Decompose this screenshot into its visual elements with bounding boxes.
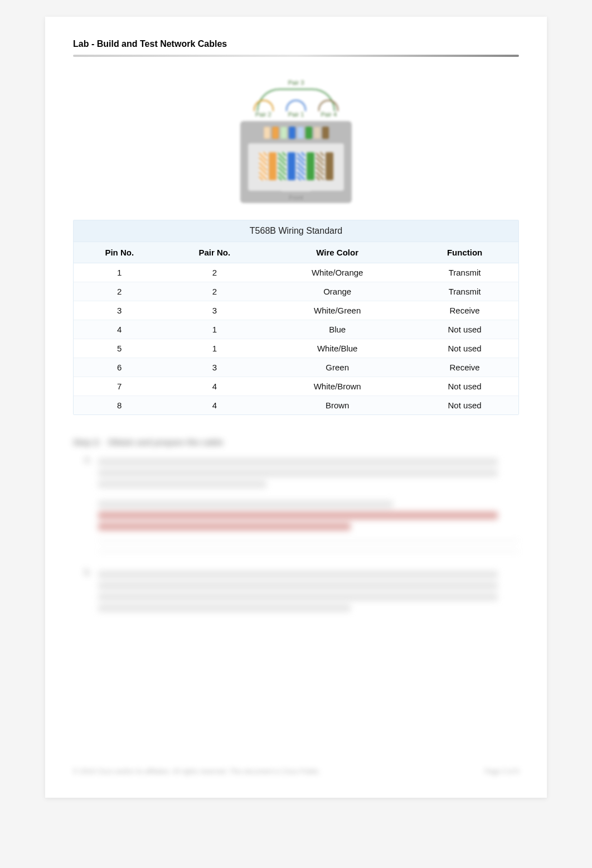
cell-color: Green — [264, 358, 411, 377]
footer-left: © 2018 Cisco and/or its affiliates. All … — [73, 768, 321, 775]
page-title: Lab - Build and Test Network Cables — [73, 39, 519, 55]
pin-icon — [297, 127, 304, 139]
cell-func: Transmit — [411, 282, 518, 301]
cell-pair: 4 — [166, 396, 264, 415]
cell-color: White/Brown — [264, 377, 411, 396]
cell-color: Brown — [264, 396, 411, 415]
pair-label-top: Pair 3 — [240, 79, 352, 86]
pin-icon — [314, 127, 321, 139]
table-row: 22OrangeTransmit — [74, 282, 518, 301]
pin-icon — [272, 127, 279, 139]
cell-func: Not used — [411, 320, 518, 339]
pin-icon — [280, 127, 287, 139]
table-row: 12White/OrangeTransmit — [74, 263, 518, 282]
cell-func: Not used — [411, 377, 518, 396]
cell-color: Orange — [264, 282, 411, 301]
wire-icon — [278, 152, 286, 180]
table-row: 63GreenReceive — [74, 358, 518, 377]
wiring-table: T568B Wiring Standard Pin No. Pair No. W… — [73, 220, 519, 415]
cell-pin: 6 — [74, 358, 166, 377]
cell-color: White/Blue — [264, 339, 411, 358]
cell-pin: 2 — [74, 282, 166, 301]
pair-label-1: Pair 1 — [288, 111, 304, 118]
cell-pair: 2 — [166, 263, 264, 282]
wire-icon — [297, 152, 305, 180]
pin-icon — [322, 127, 329, 139]
wire-icon — [326, 152, 333, 180]
wire-icon — [269, 152, 276, 180]
cell-pair: 1 — [166, 320, 264, 339]
col-pair: Pair No. — [166, 242, 264, 263]
wire-icon — [288, 152, 295, 180]
cell-color: Blue — [264, 320, 411, 339]
table-title: T568B Wiring Standard — [74, 220, 518, 242]
cell-pin: 3 — [74, 301, 166, 320]
table-row: 51White/BlueNot used — [74, 339, 518, 358]
wire-icon — [259, 152, 267, 180]
cell-color: White/Green — [264, 301, 411, 320]
cell-pin: 8 — [74, 396, 166, 415]
rj45-diagram: Pair 3 Pair 2 Pair 1 Pair 4 Front — [73, 79, 519, 203]
cell-pair: 3 — [166, 358, 264, 377]
cell-func: Receive — [411, 301, 518, 320]
cell-color: White/Orange — [264, 263, 411, 282]
cell-pair: 3 — [166, 301, 264, 320]
pair-label-4: Pair 4 — [321, 111, 337, 118]
locked-content: Step 2: Obtain and prepare the cable a. — [73, 437, 519, 615]
wire-icon — [316, 152, 324, 180]
col-color: Wire Color — [264, 242, 411, 263]
pin-header-row — [248, 127, 344, 139]
table-row: 84BrownNot used — [74, 396, 518, 415]
front-label: Front — [248, 194, 344, 201]
cell-pin: 1 — [74, 263, 166, 282]
pair-label-2: Pair 2 — [255, 111, 271, 118]
table-row: 33White/GreenReceive — [74, 301, 518, 320]
table-row: 74White/BrownNot used — [74, 377, 518, 396]
pin-icon — [305, 127, 312, 139]
cell-func: Receive — [411, 358, 518, 377]
table-row: 41BlueNot used — [74, 320, 518, 339]
cell-pair: 2 — [166, 282, 264, 301]
pin-icon — [264, 127, 270, 139]
col-func: Function — [411, 242, 518, 263]
cell-pin: 7 — [74, 377, 166, 396]
cell-func: Transmit — [411, 263, 518, 282]
col-pin: Pin No. — [74, 242, 166, 263]
page-footer: © 2018 Cisco and/or its affiliates. All … — [73, 768, 519, 775]
cell-func: Not used — [411, 396, 518, 415]
wire-icon — [307, 152, 314, 180]
cell-pair: 1 — [166, 339, 264, 358]
cell-func: Not used — [411, 339, 518, 358]
document-page: Lab - Build and Test Network Cables Pair… — [45, 17, 547, 798]
cell-pair: 4 — [166, 377, 264, 396]
table-header-row: Pin No. Pair No. Wire Color Function — [74, 242, 518, 263]
cell-pin: 5 — [74, 339, 166, 358]
footer-right: Page 3 of 9 — [485, 768, 519, 775]
pin-icon — [289, 127, 295, 139]
cell-pin: 4 — [74, 320, 166, 339]
title-divider — [73, 55, 519, 57]
